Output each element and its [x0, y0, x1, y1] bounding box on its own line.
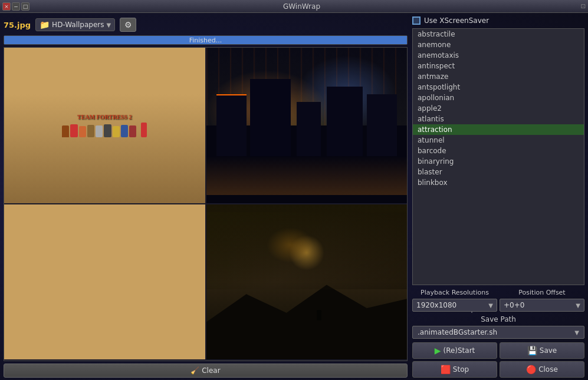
save-path-section: Save Path .animatedBGstarter.sh ▼: [412, 315, 584, 339]
play-icon: ▶: [435, 346, 441, 355]
stop-button[interactable]: 🟥 Stop: [412, 361, 497, 378]
position-offset-select[interactable]: +0+0 ▼: [500, 299, 584, 312]
list-item[interactable]: attraction: [413, 124, 584, 135]
folder-selector[interactable]: 📁 HD-Wallpapers ▼: [35, 18, 115, 31]
tf2-char: [96, 125, 103, 137]
titlebar-buttons: × − □: [2, 2, 29, 11]
stop-icon: 🟥: [441, 365, 451, 374]
minimize-button[interactable]: −: [12, 2, 20, 11]
save-path-dropdown[interactable]: .animatedBGstarter.sh ▼: [412, 326, 584, 339]
tf2-char-special: [141, 123, 147, 137]
resize-icon: ⊡: [581, 3, 586, 9]
building3: [297, 102, 321, 156]
right-panel: Use XScreenSaver abstractileanemoneanemo…: [411, 13, 588, 380]
gear-icon: ⚙: [124, 20, 132, 29]
save-path-value: .animatedBGstarter.sh: [418, 328, 497, 336]
tf2-char: [121, 125, 128, 137]
clear-button[interactable]: 🧹 Clear: [4, 364, 408, 378]
list-item[interactable]: binaryring: [413, 156, 584, 167]
clear-label: Clear: [202, 366, 220, 375]
figure-silhouette: [317, 310, 321, 320]
maximize-button[interactable]: □: [21, 2, 29, 11]
list-item[interactable]: anemone: [413, 39, 584, 50]
list-item[interactable]: atunnel: [413, 135, 584, 146]
save-path-label: Save Path: [412, 315, 584, 323]
close-window-button[interactable]: ×: [2, 2, 11, 11]
tf2-char: [129, 125, 136, 137]
list-item[interactable]: blinkbox: [413, 177, 584, 188]
tf2-char: [87, 125, 94, 137]
folder-icon: 📁: [40, 20, 50, 29]
resolution-selects-row: 1920x1080 ▼ +0+0 ▼: [412, 299, 584, 312]
toolbar: 75.jpg 📁 HD-Wallpapers ▼ ⚙: [4, 16, 408, 33]
playback-res-label: Playback Resolutions: [412, 289, 497, 296]
left-panel: 75.jpg 📁 HD-Wallpapers ▼ ⚙ Finished... T…: [0, 13, 411, 380]
list-item[interactable]: apple2: [413, 103, 584, 114]
close-button[interactable]: 🔴 Close: [500, 361, 584, 378]
xscreensaver-label: Use XScreenSaver: [424, 16, 489, 25]
clouds: [206, 212, 408, 290]
restart-label: (Re)Start: [443, 346, 475, 355]
progress-bar: Finished...: [4, 35, 408, 45]
building4: [327, 87, 363, 157]
save-label: Save: [540, 346, 557, 355]
wallpaper-cell-5[interactable]: [206, 204, 408, 360]
titlebar: × − □ GWinWrap ⊡: [0, 0, 588, 13]
tf2-char: [113, 126, 120, 137]
progress-label: Finished...: [4, 36, 407, 45]
window-title: GWinWrap: [29, 2, 574, 11]
list-item[interactable]: apollonian: [413, 92, 584, 103]
broom-icon: 🧹: [190, 366, 199, 375]
list-item[interactable]: anemotaxis: [413, 50, 584, 61]
filename-label: 75.jpg: [4, 21, 31, 29]
action-buttons: ▶ (Re)Start 💾 Save 🟥 Stop 🔴 Close: [412, 342, 584, 378]
tf2-char: [104, 124, 111, 137]
list-item[interactable]: blaster: [413, 167, 584, 177]
tf2-char: [62, 125, 69, 137]
resolution-section: Playback Resolutions Position Offset 192…: [412, 289, 584, 312]
titlebar-right: ⊡: [574, 3, 586, 9]
playback-resolution-select[interactable]: 1920x1080 ▼: [412, 299, 497, 312]
wallpaper-cell-3[interactable]: [4, 204, 205, 360]
tf2-char: [79, 126, 86, 137]
list-item[interactable]: abstractile: [413, 29, 584, 39]
close-label: Close: [538, 365, 558, 374]
list-item[interactable]: barcode: [413, 146, 584, 156]
wallpaper-cell-1[interactable]: TEAM FORTRESS 2: [4, 48, 205, 203]
save-path-arrow: ▼: [574, 329, 579, 336]
building5: [367, 94, 397, 156]
save-button[interactable]: 💾 Save: [500, 342, 584, 359]
tf2-characters: [62, 123, 147, 137]
tf2-title: TEAM FORTRESS 2: [77, 114, 132, 120]
stop-label: Stop: [453, 365, 469, 374]
wallpaper-grid: TEAM FORTRESS 2: [4, 47, 408, 361]
wallpaper-cell-2[interactable]: [206, 48, 408, 203]
resolution-labels-row: Playback Resolutions Position Offset: [412, 289, 584, 296]
screensaver-list[interactable]: abstractileanemoneanemotaxisantinspectan…: [412, 28, 584, 285]
save-icon: 💾: [527, 346, 537, 355]
xscreensaver-row: Use XScreenSaver: [412, 16, 584, 25]
building1: [216, 94, 247, 156]
restart-button[interactable]: ▶ (Re)Start: [412, 342, 497, 359]
position-offset-value: +0+0: [504, 301, 524, 309]
playback-resolution-value: 1920x1080: [416, 301, 456, 309]
dropdown-arrow-icon: ▼: [107, 22, 111, 28]
xscreensaver-checkbox[interactable]: [412, 16, 421, 25]
road-glow: [206, 156, 408, 195]
list-item[interactable]: antspotlight: [413, 82, 584, 92]
close-icon: 🔴: [526, 365, 536, 374]
folder-name: HD-Wallpapers: [52, 21, 104, 29]
building2: [250, 79, 290, 157]
main-container: 75.jpg 📁 HD-Wallpapers ▼ ⚙ Finished... T…: [0, 13, 588, 380]
settings-button[interactable]: ⚙: [120, 18, 136, 32]
list-item[interactable]: antinspect: [413, 61, 584, 71]
list-item[interactable]: antmaze: [413, 71, 584, 82]
offset-dropdown-arrow: ▼: [576, 302, 580, 309]
position-offset-label: Position Offset: [500, 289, 584, 296]
tf2-char: [70, 124, 78, 137]
list-item[interactable]: atlantis: [413, 114, 584, 124]
playback-dropdown-arrow: ▼: [488, 302, 493, 309]
